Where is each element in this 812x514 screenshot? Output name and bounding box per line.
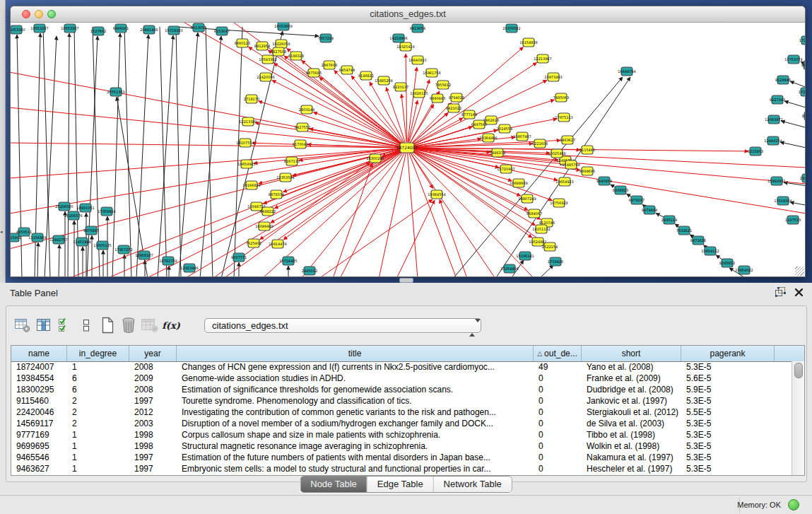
column-visibility-button[interactable] <box>33 315 54 335</box>
cell-year[interactable]: 2012 <box>129 407 177 418</box>
cell-year[interactable]: 1997 <box>129 463 177 474</box>
table-row[interactable]: 946554611997Estimation of the future num… <box>11 452 792 463</box>
table-scrollbar[interactable] <box>792 361 804 475</box>
cell-pagerank[interactable]: 5.5E-5 <box>681 407 775 418</box>
cell-in_degree[interactable]: 2 <box>67 407 129 418</box>
cell-in_degree[interactable]: 1 <box>67 463 129 474</box>
cell-name[interactable]: 19384554 <box>11 373 67 384</box>
cell-in_degree[interactable]: 6 <box>67 373 129 384</box>
cell-short[interactable]: Dudbridge et al. (2008) <box>582 384 681 395</box>
cell-name[interactable]: 9463627 <box>11 463 67 474</box>
cell-title[interactable]: Estimation of the future numbers of pati… <box>177 452 534 463</box>
collapse-arrow-icon[interactable]: ◂ <box>0 229 3 235</box>
float-panel-icon[interactable] <box>775 287 786 297</box>
table-row[interactable]: 2242004622012Investigating the contribut… <box>11 407 792 418</box>
panel-divider-handle[interactable] <box>399 278 413 283</box>
cell-year[interactable]: 2008 <box>129 361 177 373</box>
cell-out_de[interactable]: 0 <box>534 429 582 440</box>
cell-pagerank[interactable]: 5.3E-5 <box>681 429 775 440</box>
cell-in_degree[interactable]: 1 <box>67 452 129 463</box>
new-table-button[interactable] <box>97 315 118 335</box>
cell-out_de[interactable]: 0 <box>534 384 582 395</box>
close-panel-icon[interactable] <box>794 288 804 297</box>
table-settings-button[interactable] <box>12 315 33 335</box>
cell-year[interactable]: 1998 <box>129 429 177 440</box>
cell-title[interactable]: Disruption of a novel member of a sodium… <box>177 418 534 429</box>
cell-out_de[interactable]: 49 <box>534 361 582 373</box>
window-titlebar[interactable]: citations_edges.txt <box>11 6 805 23</box>
cell-pagerank[interactable]: 5.3E-5 <box>681 418 775 429</box>
cell-name[interactable]: 18724007 <box>11 361 67 373</box>
cell-short[interactable]: Nakamura et al. (1997) <box>582 452 681 463</box>
cell-name[interactable]: 9699695 <box>11 440 67 452</box>
cell-short[interactable]: Stergiakouli et al. (2012) <box>582 407 681 418</box>
table-source-dropdown[interactable]: citations_edges.txt <box>204 318 481 333</box>
cell-title[interactable]: Genome-wide association studies in ADHD. <box>177 373 534 384</box>
tab-network-table[interactable]: Network Table <box>433 477 512 492</box>
table-row[interactable]: 1872400712008Changes of HCN gene express… <box>11 361 792 373</box>
cell-short[interactable]: de Silva et al. (2003) <box>582 418 681 429</box>
delete-rows-button[interactable] <box>118 315 139 335</box>
column-header-short[interactable]: short <box>582 346 681 361</box>
cell-short[interactable]: Franke et al. (2009) <box>582 373 681 384</box>
memory-status-indicator[interactable] <box>788 499 799 510</box>
cell-pagerank[interactable]: 5.3E-5 <box>681 395 775 407</box>
cell-year[interactable]: 2003 <box>129 418 177 429</box>
network-canvas[interactable]: 1872400718325419166409101696175879558121… <box>11 23 805 276</box>
cell-short[interactable]: Tibbo et al. (1998) <box>582 429 681 440</box>
table-row[interactable]: 911546021997Tourette syndrome. Phenomeno… <box>11 395 792 407</box>
cell-out_de[interactable]: 0 <box>534 452 582 463</box>
tab-edge-table[interactable]: Edge Table <box>367 477 433 492</box>
column-header-pagerank[interactable]: pagerank <box>681 346 775 361</box>
cell-in_degree[interactable]: 1 <box>67 440 129 452</box>
cell-in_degree[interactable]: 1 <box>67 361 129 373</box>
cell-out_de[interactable]: 0 <box>534 373 582 384</box>
cell-out_de[interactable]: 0 <box>534 418 582 429</box>
column-header-in_degree[interactable]: in_degree <box>67 346 129 361</box>
cell-name[interactable]: 9777169 <box>11 429 67 440</box>
cell-out_de[interactable]: 0 <box>534 463 582 474</box>
split-rows-button[interactable] <box>76 315 97 335</box>
cell-name[interactable]: 9115460 <box>11 395 67 407</box>
cell-year[interactable]: 1997 <box>129 452 177 463</box>
cell-short[interactable]: Yano et al. (2008) <box>582 361 681 373</box>
table-row[interactable]: 977716911998Corpus callosum shape and si… <box>11 429 792 440</box>
cell-title[interactable]: Changes of HCN gene expression and I(f) … <box>177 361 534 373</box>
checklist-button[interactable] <box>54 315 76 335</box>
table-row[interactable]: 1456911722003Disruption of a novel membe… <box>11 418 792 429</box>
cell-pagerank[interactable]: 5.9E-5 <box>681 384 775 395</box>
column-header-name[interactable]: name <box>11 346 67 361</box>
cell-name[interactable]: 9465546 <box>11 452 67 463</box>
column-header-title[interactable]: title <box>177 346 534 361</box>
cell-title[interactable]: Corpus callosum shape and size in male p… <box>177 429 534 440</box>
cell-out_de[interactable]: 0 <box>534 407 582 418</box>
cell-title[interactable]: Embryonic stem cells: a model to study s… <box>177 463 534 474</box>
column-header-year[interactable]: year <box>129 346 177 361</box>
cell-year[interactable]: 2009 <box>129 373 177 384</box>
cell-name[interactable]: 22420046 <box>11 407 67 418</box>
cell-title[interactable]: Estimation of significance thresholds fo… <box>177 384 534 395</box>
column-header-out_de[interactable]: △out_de... <box>534 346 582 361</box>
cell-out_de[interactable]: 0 <box>534 440 582 452</box>
cell-year[interactable]: 2008 <box>129 384 177 395</box>
table-row[interactable]: 946362711997Embryonic stem cells: a mode… <box>11 463 792 474</box>
cell-pagerank[interactable]: 5.3E-5 <box>681 440 775 452</box>
cell-in_degree[interactable]: 1 <box>67 429 129 440</box>
table-scrollbar-thumb[interactable] <box>794 363 803 378</box>
delete-table-button[interactable] <box>139 315 160 335</box>
function-builder-button[interactable]: f(x) <box>160 315 182 335</box>
cell-title[interactable]: Tourette syndrome. Phenomenology and cla… <box>177 395 534 407</box>
cell-title[interactable]: Structural magnetic resonance image aver… <box>177 440 534 452</box>
cell-in_degree[interactable]: 6 <box>67 384 129 395</box>
cell-pagerank[interactable]: 5.6E-5 <box>681 373 775 384</box>
table-row[interactable]: 1830029562008Estimation of significance … <box>11 384 792 395</box>
cell-pagerank[interactable]: 5.3E-5 <box>681 361 775 373</box>
cell-year[interactable]: 1998 <box>129 440 177 452</box>
cell-pagerank[interactable]: 5.3E-5 <box>681 463 775 474</box>
cell-in_degree[interactable]: 2 <box>67 418 129 429</box>
cell-out_de[interactable]: 0 <box>534 395 582 407</box>
tab-node-table[interactable]: Node Table <box>300 477 367 492</box>
cell-short[interactable]: Wolkin et al. (1998) <box>582 440 681 452</box>
table-row[interactable]: 1938455462009Genome-wide association stu… <box>11 373 792 384</box>
cell-short[interactable]: Hescheler et al. (1997) <box>582 463 681 474</box>
